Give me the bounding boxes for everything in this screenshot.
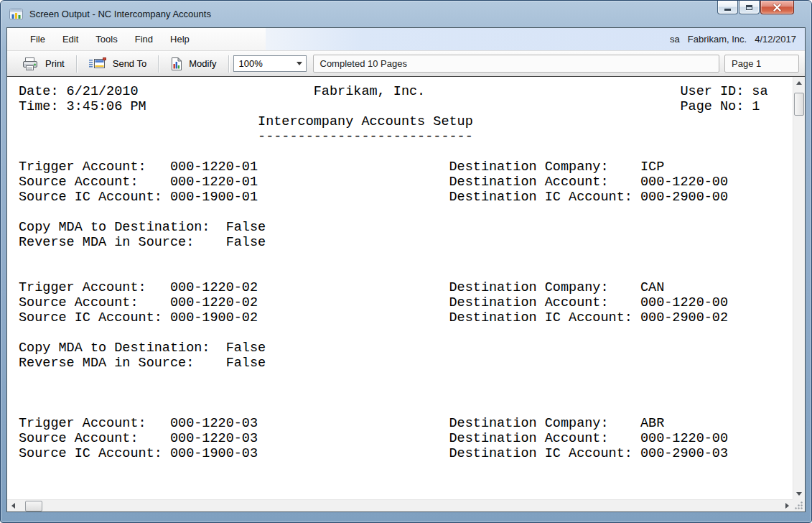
arrow-up-icon (796, 78, 802, 85)
window-controls (717, 1, 794, 15)
vertical-scroll-thumb[interactable] (794, 93, 804, 116)
toolbar-separator (76, 55, 77, 73)
close-icon (773, 4, 782, 11)
arrow-down-icon (796, 492, 802, 499)
maximize-button[interactable] (739, 1, 760, 14)
toolbar: Print Send To (7, 51, 805, 77)
menu-tools[interactable]: Tools (87, 30, 126, 48)
menu-bar: File Edit Tools Find Help sa Fabrikam, I… (7, 28, 805, 51)
modify-label: Modify (189, 58, 216, 69)
menu-file[interactable]: File (22, 30, 54, 48)
window-title: Screen Output - NC Intercompany Accounts (29, 9, 211, 19)
minimize-icon (724, 9, 731, 11)
zoom-dropdown[interactable]: 100% (233, 55, 307, 72)
menu-help[interactable]: Help (162, 30, 198, 48)
arrow-left-icon (9, 503, 15, 509)
maximize-icon (746, 5, 752, 10)
menu-find[interactable]: Find (126, 30, 162, 48)
menus: File Edit Tools Find Help (7, 28, 266, 50)
app-icon[interactable] (9, 9, 23, 20)
session-user: sa (670, 34, 680, 45)
zoom-value: 100% (239, 58, 263, 69)
vertical-scrollbar[interactable] (793, 77, 805, 499)
resize-grip[interactable] (793, 499, 805, 512)
toolbar-separator (158, 55, 159, 73)
minimize-button[interactable] (717, 1, 738, 14)
send-to-icon (88, 57, 106, 70)
scroll-right-button[interactable] (781, 500, 793, 512)
chevron-down-icon (297, 62, 302, 68)
menu-edit[interactable]: Edit (54, 30, 87, 48)
modify-button[interactable]: Modify (162, 54, 225, 74)
scroll-down-button[interactable] (793, 488, 805, 499)
scroll-up-button[interactable] (793, 77, 805, 88)
send-to-label: Send To (113, 58, 146, 69)
horizontal-scrollbar[interactable] (7, 499, 793, 512)
session-status: sa Fabrikam, Inc. 4/12/2017 (266, 28, 805, 50)
print-button[interactable]: Print (13, 54, 73, 74)
resize-grip-icon (794, 501, 803, 510)
vertical-scroll-track[interactable] (793, 116, 805, 488)
report-content-area: Date: 6/21/2010 Fabrikam, Inc. User ID: … (7, 77, 805, 512)
report-text: Date: 6/21/2010 Fabrikam, Inc. User ID: … (7, 77, 793, 499)
send-to-button[interactable]: Send To (80, 55, 155, 73)
page-indicator-field[interactable]: Page 1 (724, 55, 799, 73)
application-window: Screen Output - NC Intercompany Accounts… (0, 0, 812, 523)
report-status-field: Completed 10 Pages (313, 55, 720, 73)
close-button[interactable] (760, 1, 794, 14)
arrow-right-icon (785, 503, 792, 509)
toolbar-separator (228, 55, 229, 73)
session-company: Fabrikam, Inc. (688, 34, 747, 45)
session-date: 4/12/2017 (755, 34, 796, 45)
horizontal-scroll-thumb[interactable] (25, 501, 42, 512)
title-bar[interactable]: Screen Output - NC Intercompany Accounts (1, 1, 811, 27)
print-label: Print (45, 58, 65, 69)
printer-icon (22, 57, 39, 71)
modify-report-icon (170, 57, 182, 71)
client-area: File Edit Tools Find Help sa Fabrikam, I… (6, 27, 806, 512)
scroll-left-button[interactable] (7, 500, 19, 512)
